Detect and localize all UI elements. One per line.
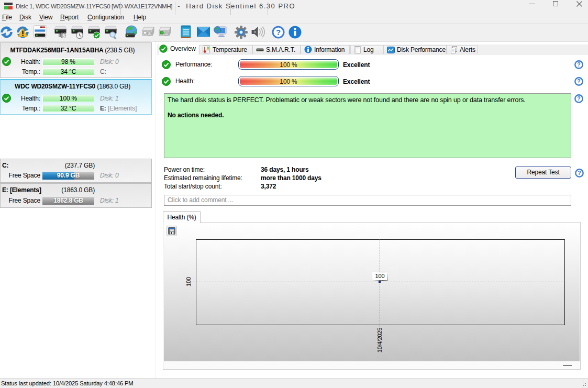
svg-text:?: ? xyxy=(577,78,580,84)
svg-text:?: ? xyxy=(276,28,281,37)
svg-text:?: ? xyxy=(577,61,580,68)
svg-text:?: ? xyxy=(577,95,580,102)
svg-text:?: ? xyxy=(578,170,581,176)
